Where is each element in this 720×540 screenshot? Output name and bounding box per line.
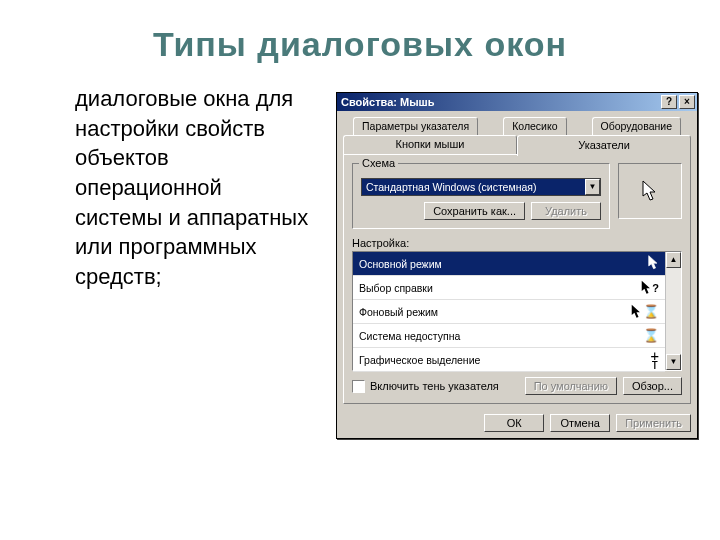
pointer-list[interactable]: Основной режим Выбор справки ? Фоновый р… xyxy=(352,251,682,371)
list-item[interactable]: Основной режим xyxy=(353,252,665,276)
titlebar-title: Свойства: Мышь xyxy=(341,96,659,108)
apply-button: Применить xyxy=(616,414,691,432)
pointer-preview xyxy=(618,163,682,219)
list-item-label: Выбор справки xyxy=(359,282,433,294)
scheme-group-label: Схема xyxy=(359,157,398,169)
titlebar-close-button[interactable]: × xyxy=(679,95,695,109)
dialog-button-row: ОК Отмена Применить xyxy=(337,408,697,438)
scheme-dropdown-value: Стандартная Windows (системная) xyxy=(362,181,585,193)
list-item-label: Графическое выделение xyxy=(359,354,480,366)
scheme-dropdown[interactable]: Стандартная Windows (системная) ▼ xyxy=(361,178,601,196)
browse-button[interactable]: Обзор... xyxy=(623,377,682,395)
scroll-track[interactable] xyxy=(666,268,681,354)
tab-strip: Параметры указателя Колесико Оборудовани… xyxy=(343,117,691,155)
scroll-down-icon[interactable]: ▼ xyxy=(666,354,681,370)
titlebar[interactable]: Свойства: Мышь ? × xyxy=(337,93,697,111)
tab-panel-pointers: Схема Стандартная Windows (системная) ▼ … xyxy=(343,154,691,404)
titlebar-help-button[interactable]: ? xyxy=(661,95,677,109)
list-item-label: Фоновый режим xyxy=(359,306,438,318)
tab-pointers[interactable]: Указатели xyxy=(517,135,691,156)
list-item[interactable]: Выбор справки ? xyxy=(353,276,665,300)
arrow-cursor-icon xyxy=(648,255,659,272)
pointer-shadow-checkbox[interactable] xyxy=(352,380,365,393)
slide-title: Типы диалоговых окон xyxy=(0,25,720,64)
arrow-help-cursor-icon: ? xyxy=(641,280,659,295)
arrow-hourglass-cursor-icon: ⌛ xyxy=(631,304,659,319)
mouse-properties-dialog: Свойства: Мышь ? × Параметры указателя К… xyxy=(336,92,698,439)
cancel-button[interactable]: Отмена xyxy=(550,414,610,432)
tab-pointer-params[interactable]: Параметры указателя xyxy=(353,117,478,136)
crosshair-cursor-icon: +т xyxy=(651,352,659,368)
list-item[interactable]: Графическое выделение +т xyxy=(353,348,665,372)
scroll-up-icon[interactable]: ▲ xyxy=(666,252,681,268)
list-item-label: Основной режим xyxy=(359,258,442,270)
tab-mouse-buttons[interactable]: Кнопки мыши xyxy=(343,135,517,154)
chevron-down-icon[interactable]: ▼ xyxy=(585,179,600,195)
list-item-label: Система недоступна xyxy=(359,330,460,342)
save-as-button[interactable]: Сохранить как... xyxy=(424,202,525,220)
pointer-shadow-label: Включить тень указателя xyxy=(370,380,499,392)
list-scrollbar[interactable]: ▲ ▼ xyxy=(665,252,681,370)
scheme-groupbox: Схема Стандартная Windows (системная) ▼ … xyxy=(352,163,610,229)
hourglass-cursor-icon: ⌛ xyxy=(643,328,659,343)
tab-wheel[interactable]: Колесико xyxy=(503,117,566,136)
ok-button[interactable]: ОК xyxy=(484,414,544,432)
delete-button: Удалить xyxy=(531,202,601,220)
list-item[interactable]: Фоновый режим ⌛ xyxy=(353,300,665,324)
slide-body-text: диалоговые окна для настройки свойств об… xyxy=(75,84,325,292)
arrow-cursor-icon xyxy=(642,180,658,202)
settings-label: Настройка: xyxy=(352,237,682,249)
tab-hardware[interactable]: Оборудование xyxy=(592,117,681,136)
list-item[interactable]: Система недоступна ⌛ xyxy=(353,324,665,348)
default-button: По умолчанию xyxy=(525,377,617,395)
